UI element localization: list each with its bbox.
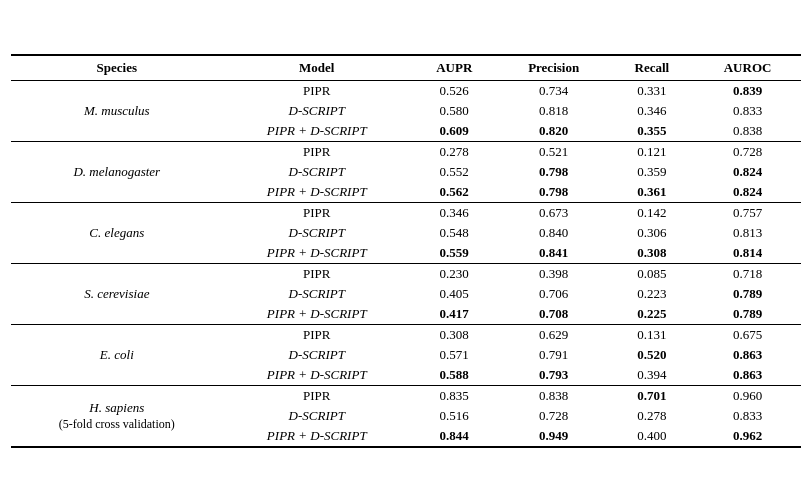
auroc-cell: 0.757 [695,203,801,224]
model-cell: PIPR [223,142,410,163]
auroc-cell: 0.789 [695,284,801,304]
recall-cell: 0.346 [609,101,694,121]
auroc-cell: 0.824 [695,162,801,182]
recall-cell: 0.225 [609,304,694,325]
auroc-cell: 0.813 [695,223,801,243]
precision-cell: 0.708 [498,304,609,325]
col-precision: Precision [498,55,609,81]
col-aupr: AUPR [410,55,498,81]
aupr-cell: 0.844 [410,426,498,447]
aupr-cell: 0.609 [410,121,498,142]
col-auroc: AUROC [695,55,801,81]
auroc-cell: 0.675 [695,325,801,346]
model-cell: D-SCRIPT [223,406,410,426]
model-cell: PIPR + D-SCRIPT [223,182,410,203]
aupr-cell: 0.417 [410,304,498,325]
aupr-cell: 0.552 [410,162,498,182]
precision-cell: 0.840 [498,223,609,243]
aupr-cell: 0.548 [410,223,498,243]
auroc-cell: 0.824 [695,182,801,203]
auroc-cell: 0.718 [695,264,801,285]
auroc-cell: 0.863 [695,345,801,365]
header-row: Species Model AUPR Precision Recall AURO… [11,55,801,81]
model-cell: PIPR [223,386,410,407]
model-cell: D-SCRIPT [223,101,410,121]
precision-cell: 0.793 [498,365,609,386]
col-model: Model [223,55,410,81]
species-cell: C. elegans [11,203,224,264]
precision-cell: 0.818 [498,101,609,121]
precision-cell: 0.734 [498,81,609,102]
model-cell: PIPR + D-SCRIPT [223,243,410,264]
recall-cell: 0.308 [609,243,694,264]
aupr-cell: 0.278 [410,142,498,163]
auroc-cell: 0.838 [695,121,801,142]
species-cell: S. cerevisiae [11,264,224,325]
precision-cell: 0.798 [498,162,609,182]
recall-cell: 0.394 [609,365,694,386]
table-row: H. sapiens(5-fold cross validation)PIPR0… [11,386,801,407]
table-container: Species Model AUPR Precision Recall AURO… [11,54,801,448]
aupr-cell: 0.559 [410,243,498,264]
auroc-cell: 0.833 [695,101,801,121]
aupr-cell: 0.526 [410,81,498,102]
model-cell: PIPR [223,264,410,285]
recall-cell: 0.520 [609,345,694,365]
col-recall: Recall [609,55,694,81]
recall-cell: 0.400 [609,426,694,447]
aupr-cell: 0.588 [410,365,498,386]
species-cell: D. melanogaster [11,142,224,203]
model-cell: PIPR + D-SCRIPT [223,304,410,325]
aupr-cell: 0.405 [410,284,498,304]
recall-cell: 0.085 [609,264,694,285]
recall-cell: 0.306 [609,223,694,243]
recall-cell: 0.359 [609,162,694,182]
aupr-cell: 0.571 [410,345,498,365]
species-cell: H. sapiens(5-fold cross validation) [11,386,224,448]
species-cell: M. musculus [11,81,224,142]
recall-cell: 0.361 [609,182,694,203]
precision-cell: 0.949 [498,426,609,447]
precision-cell: 0.791 [498,345,609,365]
recall-cell: 0.701 [609,386,694,407]
precision-cell: 0.841 [498,243,609,264]
aupr-cell: 0.562 [410,182,498,203]
model-cell: PIPR + D-SCRIPT [223,426,410,447]
table-row: D. melanogasterPIPR0.2780.5210.1210.728 [11,142,801,163]
precision-cell: 0.838 [498,386,609,407]
model-cell: D-SCRIPT [223,162,410,182]
col-species: Species [11,55,224,81]
precision-cell: 0.820 [498,121,609,142]
auroc-cell: 0.863 [695,365,801,386]
table-row: M. musculusPIPR0.5260.7340.3310.839 [11,81,801,102]
auroc-cell: 0.833 [695,406,801,426]
precision-cell: 0.706 [498,284,609,304]
precision-cell: 0.521 [498,142,609,163]
aupr-cell: 0.308 [410,325,498,346]
model-cell: D-SCRIPT [223,223,410,243]
aupr-cell: 0.230 [410,264,498,285]
recall-cell: 0.278 [609,406,694,426]
auroc-cell: 0.814 [695,243,801,264]
precision-cell: 0.728 [498,406,609,426]
auroc-cell: 0.962 [695,426,801,447]
model-cell: D-SCRIPT [223,284,410,304]
table-row: S. cerevisiaePIPR0.2300.3980.0850.718 [11,264,801,285]
recall-cell: 0.223 [609,284,694,304]
model-cell: PIPR + D-SCRIPT [223,365,410,386]
table-row: C. elegansPIPR0.3460.6730.1420.757 [11,203,801,224]
precision-cell: 0.798 [498,182,609,203]
recall-cell: 0.355 [609,121,694,142]
results-table: Species Model AUPR Precision Recall AURO… [11,54,801,448]
precision-cell: 0.673 [498,203,609,224]
auroc-cell: 0.789 [695,304,801,325]
auroc-cell: 0.960 [695,386,801,407]
recall-cell: 0.331 [609,81,694,102]
aupr-cell: 0.580 [410,101,498,121]
precision-cell: 0.398 [498,264,609,285]
auroc-cell: 0.728 [695,142,801,163]
aupr-cell: 0.346 [410,203,498,224]
auroc-cell: 0.839 [695,81,801,102]
recall-cell: 0.131 [609,325,694,346]
recall-cell: 0.142 [609,203,694,224]
